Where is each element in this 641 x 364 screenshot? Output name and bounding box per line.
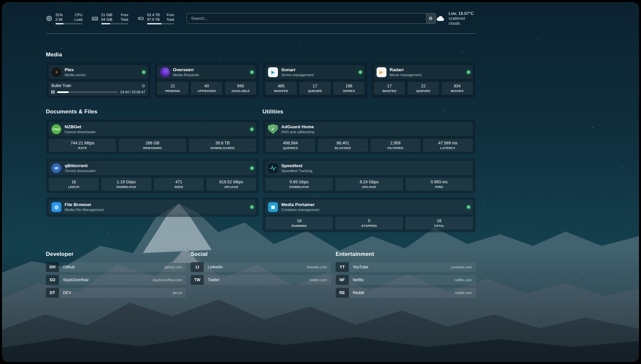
stat-value: 39.6 TB	[190, 140, 255, 146]
bookmark-domain: github.com	[165, 265, 182, 269]
bookmark-stackoverflow[interactable]: SO StackOverflow stackoverflow.com	[46, 275, 186, 285]
bookmark-name: YouTube	[353, 265, 368, 269]
topbar-divider	[46, 33, 476, 34]
sonarr-name: Sonarr	[281, 67, 314, 73]
nzbget-icon: nzbget	[51, 124, 61, 134]
stat-label: FILTERED	[372, 146, 419, 150]
bookmark-abbr: DT	[46, 288, 59, 298]
stat-label: REMAINING	[120, 146, 185, 150]
bookmark-domain: youtube.com	[451, 265, 472, 269]
stat-value: 21	[159, 83, 187, 89]
qbittorrent-desc: Torrent downloader	[65, 168, 96, 173]
stat-box: 196SERIES	[333, 82, 365, 95]
qbittorrent-header[interactable]: qb qBittorrent Torrent downloader	[49, 161, 256, 175]
adguard-shield-icon: ✓	[268, 124, 278, 134]
stat-box: 498,564QUERIES	[265, 139, 315, 152]
overseerr-name: Overseerr	[173, 67, 199, 73]
portainer-desc: Container management	[281, 207, 319, 212]
bookmark-linkedin[interactable]: LI LinkedIn linkedin.com	[191, 262, 331, 272]
cpu-progress-track	[55, 23, 82, 24]
stat-label: SEED	[155, 185, 202, 189]
status-dot	[467, 71, 470, 74]
stat-label: PENDING	[159, 89, 187, 93]
stat-box: 834MOVIES	[442, 82, 473, 95]
stat-value: 945	[226, 83, 255, 89]
bookmark-dev[interactable]: DT DEV dev.to	[46, 288, 186, 298]
status-dot	[250, 167, 254, 170]
speedtest-icon	[268, 163, 278, 173]
stat-box: 485WANTED	[265, 82, 297, 95]
nzbget-stats: 744.21 MbpsRATE 266 GBREMAINING 39.6 TBD…	[49, 139, 256, 152]
status-dot	[359, 71, 362, 74]
section-title-utilities: Utilities	[262, 108, 476, 115]
qbittorrent-icon: qb	[51, 163, 61, 173]
stat-box: 9.24 GbpsUPLOAD	[335, 178, 403, 191]
bookmark-reddit[interactable]: RE Reddit reddit.com	[336, 288, 476, 298]
stat-label: BLOCKED	[319, 146, 366, 150]
playback-time: 24:44 / 02:06:47	[120, 90, 145, 94]
portainer-name: Media Portainer	[281, 202, 319, 207]
filebrowser-icon: ◎	[51, 202, 61, 212]
stat-value: 2,956	[372, 140, 419, 146]
disk-sub-label: Total	[167, 17, 174, 22]
stat-value: 498,564	[267, 140, 314, 146]
bookmark-twitter[interactable]: TW Twitter twitter.com	[191, 275, 331, 285]
bookmark-github[interactable]: GH Github github.com	[46, 262, 186, 272]
portainer-header[interactable]: ▣ Media Portainer Container management	[265, 200, 473, 214]
sonarr-header[interactable]: ▶ Sonarr Series management	[265, 65, 365, 79]
bookmark-name: DEV	[63, 290, 71, 295]
radarr-icon: ▶	[377, 67, 386, 77]
stat-label: MOVIES	[443, 89, 472, 93]
pause-icon[interactable]	[51, 90, 54, 94]
bookmark-abbr: TW	[191, 275, 204, 285]
disk-label: Free	[167, 13, 174, 17]
speedtest-header[interactable]: Speedtest Speedtest Tracking	[265, 161, 473, 175]
disk-value: 52.4 TB	[147, 13, 160, 17]
plex-now-playing: Bullet Train ⚙ 24:44 / 02:06:47	[49, 82, 148, 96]
ram-progress-track	[101, 23, 128, 24]
adguard-stats: 498,564QUERIES 86,401BLOCKED 2,956FILTER…	[265, 139, 473, 152]
stat-value: 86,401	[319, 140, 366, 146]
bookmark-abbr: SO	[46, 275, 59, 285]
stat-value: 16	[407, 218, 472, 224]
status-dot	[250, 128, 254, 131]
status-dot	[250, 71, 254, 74]
portainer-icon: ▣	[268, 202, 278, 212]
playback-progress-track[interactable]	[57, 91, 118, 93]
topbar: 31%CPU 2.94Load 21 GiBFree 64 GiBTotal	[46, 11, 476, 26]
cpu-widget: 31%CPU 2.94Load	[46, 13, 82, 24]
bookmark-youtube[interactable]: YT YouTube youtube.com	[336, 262, 476, 272]
plex-header[interactable]: › Plex Media server	[49, 65, 148, 79]
disk-progress-fill	[147, 23, 162, 24]
search-input[interactable]	[187, 13, 436, 24]
stat-value: 196	[335, 83, 363, 89]
bookmark-domain: dev.to	[172, 291, 182, 295]
section-utilities: Utilities ✓ AdGuard Home DNS and adblock…	[262, 108, 476, 232]
section-title-entertainment: Entertainment	[336, 251, 476, 258]
bookmark-name: Netflix	[353, 278, 364, 282]
cpu-progress-fill	[55, 23, 64, 24]
overseerr-header[interactable]: Overseerr Media Requests	[157, 65, 257, 79]
radarr-stats: 17WANTED 22QUEUED 834MOVIES	[374, 82, 473, 95]
bookmark-name: Twitter	[208, 278, 219, 282]
service-card-overseerr: Overseerr Media Requests 21PENDING 40APP…	[154, 62, 259, 99]
weather-condition: scattered clouds	[448, 16, 476, 26]
sonarr-desc: Series management	[281, 73, 314, 77]
bookmark-netflix[interactable]: NF Netflix netflix.com	[336, 275, 476, 285]
bookmark-domain: linkedin.com	[307, 265, 327, 269]
nzbget-header[interactable]: nzbget NZBGet Usenet downloader	[49, 122, 256, 136]
service-card-nzbget: nzbget NZBGet Usenet downloader 744.21 M…	[46, 119, 259, 155]
disk-widget: 52.4 TBFree 97.9 TBTotal	[137, 13, 174, 24]
stat-box: 0STOPPED	[335, 217, 403, 229]
stat-box: 2,956FILTERED	[371, 139, 420, 152]
stat-box: 266 GBREMAINING	[119, 139, 186, 152]
filebrowser-header[interactable]: ◎ File Browser Media File Management	[49, 200, 256, 214]
bookmark-abbr: YT	[336, 262, 349, 272]
search-provider-button[interactable]: G	[426, 14, 436, 23]
bookmark-name: LinkedIn	[208, 265, 223, 269]
stat-box: 16RUNNING	[265, 217, 333, 229]
gear-icon[interactable]: ⚙	[141, 84, 145, 88]
overseerr-icon	[160, 67, 170, 77]
radarr-header[interactable]: ▶ Radarr Movie management	[374, 65, 473, 79]
adguard-header[interactable]: ✓ AdGuard Home DNS and adblocking	[265, 122, 473, 136]
